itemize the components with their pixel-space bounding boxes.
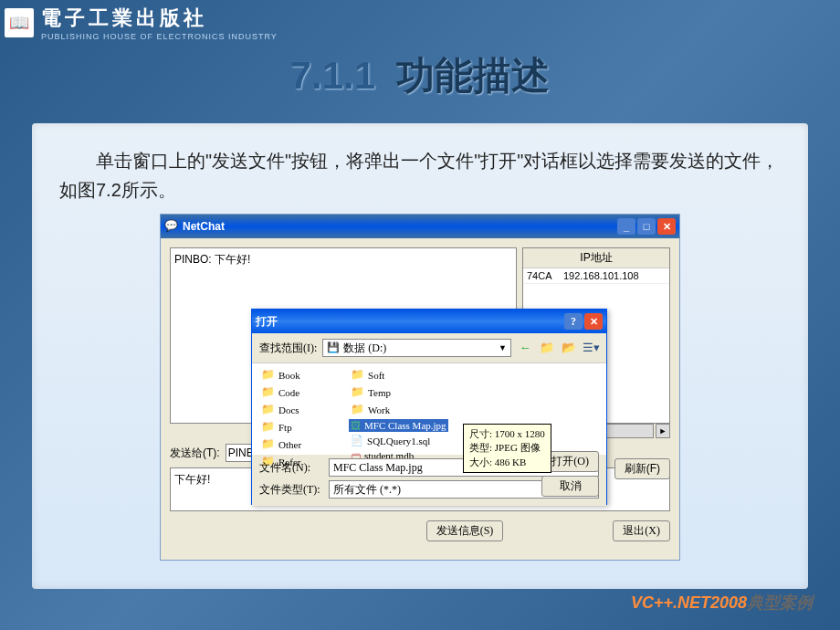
refresh-button[interactable]: 刷新(F) (614, 458, 670, 479)
publisher-logo: 📖 電子工業出版社 PUBLISHING HOUSE OF ELECTRONIC… (5, 5, 278, 41)
filename-label: 文件名(N): (259, 460, 323, 476)
look-in-label: 查找范围(I): (259, 341, 317, 356)
window-title: NetChat (183, 220, 615, 233)
folder-icon: 📁 (351, 368, 364, 382)
minimize-button[interactable]: _ (617, 218, 635, 235)
ip-list-row[interactable]: 74CA 192.168.101.108 (523, 268, 669, 284)
footer-suffix: 典型案例 (747, 593, 813, 612)
folder-item[interactable]: 📁Docs (259, 402, 303, 417)
file-browser[interactable]: 📁Book📁Code📁Docs📁Ftp📁Other📁Refer 📁Soft📁Te… (252, 363, 606, 455)
open-dialog-title: 打开 (256, 314, 562, 330)
footer: VC++.NET2008典型案例 (631, 592, 813, 614)
file-icon: 🖼 (351, 420, 361, 431)
folder-icon: 📁 (351, 403, 364, 416)
back-icon[interactable]: ← (517, 340, 533, 356)
file-icon: 📄 (351, 435, 363, 446)
scroll-right-button[interactable]: ► (656, 424, 670, 438)
body-paragraph: 单击窗口上的"发送文件"按钮，将弹出一个文件"打开"对话框以选择需要发送的文件，… (59, 146, 781, 205)
send-message-button[interactable]: 发送信息(S) (426, 520, 504, 541)
tooltip-dimensions: 尺寸: 1700 x 1280 (469, 427, 545, 441)
exit-button[interactable]: 退出(X) (613, 520, 670, 541)
tooltip-type: 类型: JPEG 图像 (469, 441, 545, 455)
folder-item[interactable]: 📁Other (259, 436, 303, 452)
file-item[interactable]: 🖼MFC Class Map.jpg (349, 419, 448, 432)
folder-icon: 📁 (261, 385, 275, 399)
filetype-label: 文件类型(T): (259, 482, 323, 498)
tooltip-size: 大小: 486 KB (469, 456, 545, 469)
dialog-close-button[interactable]: ✕ (584, 313, 603, 330)
folder-icon: 📁 (261, 368, 275, 382)
folder-icon: 📁 (261, 437, 275, 451)
ip-host: 74CA (527, 270, 563, 281)
section-title: 功能描述 (396, 54, 550, 97)
up-folder-icon[interactable]: 📁 (539, 340, 555, 356)
ip-header: IP地址 (523, 248, 669, 268)
open-file-dialog: 打开 ? ✕ 查找范围(I): 💾 数据 (D:) ▼ ← 📁 📂 ☰▾ 📁Bo… (251, 309, 607, 505)
maximize-button[interactable]: □ (637, 218, 656, 235)
help-button[interactable]: ? (564, 313, 583, 330)
folder-item[interactable]: 📁Work (349, 402, 448, 417)
new-folder-icon[interactable]: 📂 (561, 340, 577, 356)
folder-item[interactable]: 📁Code (259, 384, 303, 400)
chevron-down-icon: ▼ (499, 343, 507, 352)
cancel-button[interactable]: 取消 (541, 476, 599, 497)
file-tooltip: 尺寸: 1700 x 1280 类型: JPEG 图像 大小: 486 KB (463, 424, 551, 473)
footer-product: VC++.NET2008 (631, 593, 747, 612)
folder-item[interactable]: 📁Soft (349, 367, 448, 383)
folder-icon: 📁 (261, 403, 275, 416)
close-button[interactable]: ✕ (657, 218, 676, 235)
ip-address: 192.168.101.108 (563, 270, 639, 281)
folder-item[interactable]: 📁Book (259, 367, 303, 383)
section-number: 7.1.1 (290, 54, 375, 97)
publisher-name-cn: 電子工業出版社 (41, 5, 278, 32)
drive-icon: 💾 (327, 341, 340, 354)
open-dialog-titlebar[interactable]: 打开 ? ✕ (252, 310, 606, 333)
look-in-dropdown[interactable]: 💾 数据 (D:) ▼ (322, 339, 511, 357)
folder-item[interactable]: 📁Temp (349, 384, 448, 400)
folder-icon: 📁 (261, 420, 275, 434)
look-in-value: 数据 (D:) (343, 341, 386, 356)
netchat-titlebar[interactable]: 💬 NetChat _ □ ✕ (161, 215, 679, 238)
folder-icon: 📁 (351, 385, 364, 399)
logo-icon: 📖 (5, 8, 34, 37)
folder-item[interactable]: 📁Ftp (259, 419, 303, 435)
publisher-name-en: PUBLISHING HOUSE OF ELECTRONICS INDUSTRY (41, 32, 278, 41)
view-menu-icon[interactable]: ☰▾ (583, 340, 599, 356)
send-to-label: 发送给(T): (170, 446, 220, 461)
page-title: 7.1.1 功能描述 (0, 50, 840, 101)
app-icon: 💬 (164, 219, 179, 234)
file-item[interactable]: 📄SQLQuery1.sql (349, 434, 448, 447)
